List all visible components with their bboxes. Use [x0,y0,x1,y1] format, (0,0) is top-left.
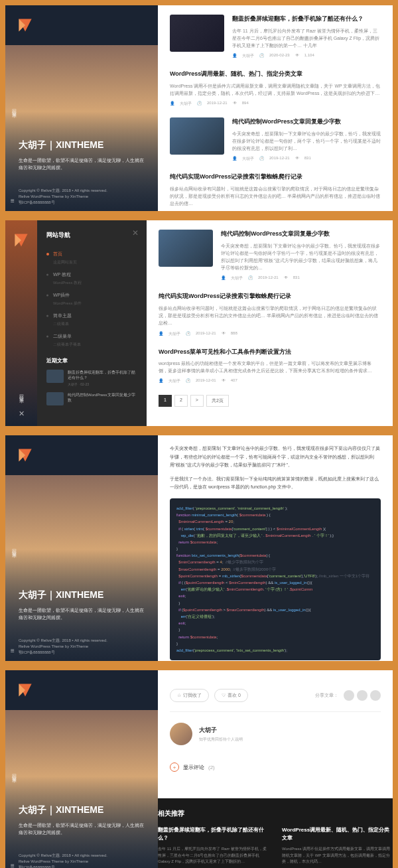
post-item[interactable]: 翻盖折叠屏续迎翻车，折叠手机除了酷还有什么？ 去年 11 月后，摩托罗拉向外发布… [170,15,381,59]
sidebar: 大胡子｜XINTHEME 生命是一团欲望，欲望不满足便痛苦，满足便无聊，人生就在… [5,670,158,868]
close-icon[interactable]: ✕ [132,228,139,238]
site-identity: 大胡子｜XINTHEME 生命是一团欲望，欲望不满足便痛苦，满足便无聊，人生就在… [19,589,145,621]
main-content: 翻盖折叠屏续迎翻车，折叠手机除了酷还有什么？ 去年 11 月后，摩托罗拉向外发布… [158,5,393,211]
like-button[interactable]: ♡喜欢 0 [214,689,248,702]
post-meta: 👤大胡子 🕐2020-02-23 👁1,104 [232,53,381,59]
side-nav-label[interactable]: 网站菜单 [11,770,17,776]
post-title[interactable]: 纯代码实现WordPress记录搜索引擎蜘蛛爬行记录 [170,173,381,181]
author-icon: 👤 [232,53,237,59]
post-meta: 👤大胡子 🕐2019-12-21 👁894 [170,101,381,107]
nav-item-submenu[interactable]: 二级菜单 [46,330,137,343]
page-next-button[interactable]: > [190,395,204,407]
left-strip: 网站菜单 ✕ [5,220,37,426]
related-post[interactable]: WordPress调用最新、随机、热门、指定分类文章 WordPress 调用不… [282,826,393,865]
article-paragraph: 今天突发奇想，想要限制 下文章评论当中的最少字数。恰巧，我发现现在很多同下要出内… [170,445,381,470]
recent-thumbnail [46,370,64,383]
sidebar: 大胡子｜XINTHEME 生命是一团欲望，欲望不满足便痛苦，满足便无聊，人生就在… [5,435,158,661]
nav-item-theme[interactable]: 简单主题 [46,309,137,323]
post-title[interactable]: 翻盖折叠屏续迎翻车，折叠手机除了酷还有什么？ [232,15,381,23]
post-excerpt: 很多站点网站收录有问题时，可能就是这篇会出搜索引擎的爬取情况，对于网络日志的信息… [170,185,381,208]
share-qq-icon[interactable] [370,690,381,701]
site-logo[interactable] [11,230,32,251]
post-item[interactable]: 纯代码控制WordPress文章回复最少字数 今天突发奇想，想要限制 下文章评论… [159,230,381,281]
share-row: 分享文章： [315,690,381,701]
heart-icon: ♡ [222,693,226,698]
recent-post-item[interactable]: 纯代码控制WordPress文章回复最少字数 [46,392,137,405]
post-item[interactable]: WordPress菜单可见性和小工具条件判断设置方法 wordpress 最核心… [159,348,381,385]
site-tagline: 生命是一团欲望，欲望不满足便痛苦，满足便无聊，人生就在痛苦和无聊之间摇摆。 [19,157,145,171]
author-box: 大胡子 知乎优秀回答待个人说明 [170,712,381,756]
bookmark-icon: ☆ [177,693,181,698]
comments-toggle[interactable]: ＋ 显示评论 (2) [170,756,381,778]
sidebar: 大胡子｜XINTHEME 生命是一团欲望，欲望不满足便痛苦，满足便无聊，人生就在… [5,5,158,211]
post-title[interactable]: 纯代码控制WordPress文章回复最少字数 [232,117,381,126]
menu-icon[interactable]: ≡ [11,647,15,654]
related-heading: 相关推荐 [158,809,393,818]
page-1-button[interactable]: 1 [159,395,172,407]
post-meta: 👤大胡子 🕐2019-12-21 👁831 [232,156,381,162]
post-thumbnail [170,15,224,52]
post-thumbnail [159,230,213,267]
menu-icon[interactable]: ≡ [11,862,15,868]
main-content: 纯代码控制WordPress文章回复最少字数 今天突发奇想，想要限制 下文章评论… [147,220,393,426]
nav-heading: 网站导航 [46,231,137,240]
pagination: 1 2 > 共2页 [159,395,381,407]
side-nav-label[interactable]: 网站菜单 [11,545,17,551]
site-identity: 大胡子｜XINTHEME 生命是一团欲望，欲望不满足便痛苦，满足便无聊，人生就在… [19,139,145,171]
site-title: 大胡子｜XINTHEME [19,139,145,151]
nav-item-home[interactable]: 首页 [46,248,137,261]
post-excerpt: 今天突发奇想，想要限制一下文章评论当中的最少字数，恰巧，我发现现在很多评论评论都… [232,130,381,153]
sidebar-hero-image [5,710,158,868]
author-name[interactable]: 大胡子 [199,726,243,735]
recent-post-item[interactable]: 翻盖折叠屏续迎翻车，折叠手机除了酷还有什么？大胡子 · 02-23 [46,370,137,387]
post-title[interactable]: WordPress调用最新、随机、热门、指定分类文章 [170,70,381,78]
site-logo[interactable] [15,680,36,701]
bookmark-button[interactable]: ☆订我收了 [170,689,209,702]
author-desc: 知乎优秀回答待个人说明 [199,737,243,743]
nav-item-wp-tutorial[interactable]: WP 教程 [46,268,137,281]
article-content: ☆订我收了 ♡喜欢 0 分享文章： 大胡子 知乎优秀回答待个人说明 ＋ [158,670,393,868]
screenshot-2: 网站菜单 ✕ ✕ 网站导航 首页 这是网站首页 WP 教程 WordPress … [5,220,393,426]
related-section: 相关推荐 翻盖折叠屏续迎翻车，折叠手机除了酷还有什么？ 去年 11 月后，摩托罗… [158,798,393,868]
side-nav-label[interactable]: 网站菜单 [11,106,17,111]
code-block: add_filter( 'preprocess_comment', 'minim… [170,498,381,660]
nav-drawer: ✕ 网站导航 首页 这是网站首页 WP 教程 WordPress 教程 WP插件… [37,220,147,426]
post-excerpt: WordPress 调用不但是插件方式调用最新文章，调用文章调用随机文章随，关于… [170,82,381,97]
post-item[interactable]: 纯代码实现WordPress记录搜索引擎蜘蛛爬行记录 很多站点网站收录有问题时，… [159,292,381,336]
post-title[interactable]: 纯代码控制WordPress文章回复最少字数 [221,230,381,238]
action-bar: ☆订我收了 ♡喜欢 0 分享文章： [170,680,381,712]
sidebar-footer: Copyright © Relive主题. 2018 • All rights … [19,188,145,206]
sidebar-hero-image [5,475,158,661]
screenshot-3: 大胡子｜XINTHEME 生命是一团欲望，欲望不满足便痛苦，满足便无聊，人生就在… [5,435,393,661]
side-nav-label[interactable]: 网站菜单 [18,391,25,396]
views-icon: 👁 [295,53,299,59]
author-avatar[interactable] [170,723,192,745]
recent-thumbnail [46,392,64,405]
menu-icon[interactable]: ≡ [11,197,15,204]
page-last-button[interactable]: 共2页 [206,395,229,407]
post-thumbnail [170,117,224,155]
post-item[interactable]: 纯代码实现WordPress记录搜索引擎蜘蛛爬行记录 很多站点网站收录有问题时，… [170,173,381,207]
page-2-button[interactable]: 2 [174,395,188,407]
site-logo[interactable] [15,15,36,36]
nav-item-wp-plugin[interactable]: WP插件 [46,289,137,302]
comment-icon: ＋ [170,762,179,772]
screenshot-4: 大胡子｜XINTHEME 生命是一团欲望，欲望不满足便痛苦，满足便无聊，人生就在… [5,670,393,868]
post-item[interactable]: 纯代码控制WordPress文章回复最少字数 今天突发奇想，想要限制一下文章评论… [170,117,381,162]
related-post[interactable]: 翻盖折叠屏续迎翻车，折叠手机除了酷还有什么？ 去年 11 月后，摩托罗拉向外发布… [158,826,269,865]
article-content: 今天突发奇想，想要限制 下文章评论当中的最少字数。恰巧，我发现现在很多同下要出内… [158,435,393,661]
date-icon: 🕐 [259,53,264,59]
article-paragraph: 于是我找了一个办法。我们需要限制一下全站纯纯的就算算算情的数量，既然如此度上搜索… [170,475,381,492]
close-icon[interactable]: ✕ [19,409,25,418]
site-logo[interactable] [15,445,36,466]
screenshot-1: 大胡子｜XINTHEME 生命是一团欲望，欲望不满足便痛苦，满足便无聊，人生就在… [5,5,393,211]
post-excerpt: 去年 11 月后，摩托罗拉向外发布了 Razr 被誉为情怀手机，柔性屏，三星在今… [232,27,381,50]
sidebar-hero-image [5,45,158,211]
post-item[interactable]: WordPress调用最新、随机、热门、指定分类文章 WordPress 调用不… [170,70,381,107]
share-weibo-icon[interactable] [344,690,354,701]
share-wechat-icon[interactable] [357,690,367,701]
recent-heading: 近期文章 [46,357,137,364]
